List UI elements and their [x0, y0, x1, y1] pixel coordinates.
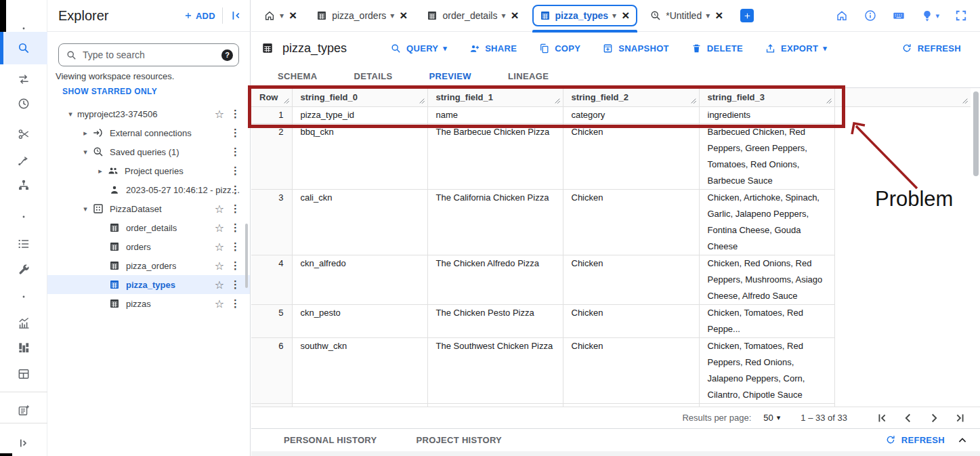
snapshot-button[interactable]: SNAPSHOT [602, 43, 669, 54]
close-icon[interactable]: × [620, 11, 631, 20]
resize-handle-icon[interactable] [826, 98, 832, 104]
kebab-menu-icon[interactable]: ⋮ [230, 146, 240, 158]
star-icon[interactable]: ☆ [215, 297, 224, 310]
star-icon[interactable]: ☆ [215, 241, 224, 253]
query-button[interactable]: QUERY▾ [390, 43, 447, 54]
kebab-menu-icon[interactable]: ⋮ [230, 184, 240, 196]
chevron-down-icon[interactable]: ▾ [79, 205, 92, 213]
sidebar-item-external-connections[interactable]: ▸External connections⋮ [47, 123, 250, 142]
chevron-right-icon[interactable]: ▸ [79, 129, 92, 138]
sidebar-item-saved-queries-1[interactable]: ▾Saved queries (1)⋮ [47, 142, 250, 161]
tab-project-history[interactable]: PROJECT HISTORY [416, 435, 502, 445]
clock-icon[interactable] [0, 90, 47, 117]
star-icon[interactable]: ☆ [215, 203, 224, 215]
fullscreen-icon[interactable] [954, 9, 968, 22]
collapse-panel-icon[interactable] [230, 9, 243, 22]
resize-handle-icon[interactable] [283, 98, 290, 104]
wrench-icon[interactable] [0, 256, 47, 283]
column-header-string_field_2[interactable]: string_field_2 [563, 88, 699, 106]
tab-schema[interactable]: SCHEMA [259, 64, 335, 87]
share-button[interactable]: SHARE [469, 43, 517, 54]
kebab-menu-icon[interactable]: ⋮ [230, 278, 240, 291]
search-icon[interactable] [0, 32, 47, 64]
delete-button[interactable]: DELETE [691, 43, 743, 54]
kebab-menu-icon[interactable]: ⋮ [230, 203, 240, 215]
history-refresh-button[interactable]: REFRESH [885, 434, 945, 446]
column-header-string_field_3[interactable]: string_field_3 [699, 88, 834, 106]
star-icon[interactable]: ☆ [215, 278, 224, 291]
sidebar-item-2023-05-27-10-46-12-pizza[interactable]: 2023-05-27 10:46:12 - pizza...⋮ [47, 180, 250, 199]
dot-icon[interactable] [0, 203, 47, 230]
sidebar-scrollbar[interactable] [245, 224, 248, 288]
refresh-button[interactable]: REFRESH [901, 43, 961, 54]
collapse-history-icon[interactable] [956, 434, 969, 447]
new-tab-button[interactable] [740, 9, 754, 22]
workspace-tab-pizza_types[interactable]: pizza_types▾× [532, 5, 638, 26]
expand-panel-icon[interactable] [0, 430, 47, 456]
show-starred-only-link[interactable]: SHOW STARRED ONLY [62, 87, 157, 96]
add-data-button[interactable]: ADD [184, 11, 215, 21]
kebab-menu-icon[interactable]: ⋮ [230, 241, 240, 253]
column-header-row[interactable]: Row [251, 88, 292, 106]
chevron-down-icon[interactable]: ▾ [79, 148, 92, 157]
copy-button[interactable]: COPY [538, 43, 580, 54]
resize-handle-icon[interactable] [554, 98, 561, 104]
tab-details[interactable]: DETAILS [335, 64, 410, 87]
star-icon[interactable]: ☆ [215, 108, 224, 121]
kebab-menu-icon[interactable]: ⋮ [230, 165, 240, 177]
kebab-menu-icon[interactable]: ⋮ [230, 108, 240, 120]
star-icon[interactable]: ☆ [215, 260, 224, 272]
chevron-down-icon[interactable]: ▾ [612, 11, 616, 20]
tab-personal-history[interactable]: PERSONAL HISTORY [284, 435, 377, 445]
chevron-right-icon[interactable]: ▸ [93, 167, 107, 175]
previous-page-button[interactable] [900, 410, 916, 426]
sidebar-item-orders[interactable]: orders☆⋮ [47, 237, 250, 256]
keyboard-icon[interactable] [892, 9, 906, 22]
search-input[interactable] [83, 49, 216, 60]
chevron-down-icon[interactable]: ▾ [501, 11, 505, 20]
explorer-search-box[interactable]: ? [58, 43, 239, 66]
kebab-menu-icon[interactable]: ⋮ [230, 222, 240, 234]
resize-handle-icon[interactable] [690, 98, 697, 104]
kebab-menu-icon[interactable]: ⋮ [230, 297, 240, 310]
close-icon[interactable]: × [288, 11, 298, 20]
page-size-dropdown[interactable]: 50 ▾ [763, 413, 780, 423]
chevron-down-icon[interactable]: ▾ [390, 11, 394, 20]
sidebar-item-pizza-orders[interactable]: pizza_orders☆⋮ [47, 256, 250, 275]
lightbulb-icon[interactable]: ▾ [920, 9, 939, 22]
column-header-string_field_1[interactable]: string_field_1 [427, 88, 563, 106]
help-icon[interactable]: ? [221, 49, 233, 61]
workspace-tab-home[interactable]: ▾× [258, 6, 303, 25]
close-icon[interactable]: × [398, 11, 408, 20]
tab-preview[interactable]: PREVIEW [411, 64, 490, 87]
sidebar-item-pizza-types[interactable]: pizza_types☆⋮ [47, 275, 250, 294]
kebab-menu-icon[interactable]: ⋮ [230, 127, 240, 139]
chevron-down-icon[interactable]: ▾ [280, 11, 284, 20]
blocks-icon[interactable] [0, 334, 47, 361]
chevron-down-icon[interactable]: ▾ [64, 110, 77, 119]
scissors-icon[interactable] [0, 121, 47, 148]
table-scrollbar[interactable] [973, 90, 979, 407]
star-icon[interactable]: ☆ [215, 222, 224, 234]
home-icon[interactable] [835, 9, 849, 22]
sidebar-item-pizzadataset[interactable]: ▾PizzaDataset☆⋮ [47, 199, 250, 218]
info-icon[interactable] [864, 9, 877, 22]
chevron-down-icon[interactable]: ▾ [706, 11, 710, 20]
note-add-icon[interactable] [0, 397, 47, 424]
dot-icon[interactable] [0, 283, 47, 310]
tab-lineage[interactable]: LINEAGE [490, 64, 567, 87]
first-page-button[interactable] [874, 410, 891, 426]
hierarchy-icon[interactable] [0, 171, 47, 199]
sidebar-item-myproject23-374506[interactable]: ▾myproject23-374506☆⋮ [47, 104, 250, 123]
workspace-tab-order_details[interactable]: order_details▾× [421, 6, 525, 25]
resize-handle-icon[interactable] [962, 98, 968, 104]
swap-arrows-icon[interactable] [0, 66, 47, 93]
workspace-tab-pizza_orders[interactable]: pizza_orders▾× [310, 6, 414, 25]
last-page-button[interactable] [952, 410, 968, 426]
sidebar-item-pizzas[interactable]: pizzas☆⋮ [47, 294, 250, 313]
list-icon[interactable] [0, 230, 47, 257]
sidebar-item-order-details[interactable]: order_details☆⋮ [47, 218, 250, 237]
close-icon[interactable]: × [714, 11, 724, 20]
close-icon[interactable]: × [509, 11, 519, 20]
scrollbar-thumb[interactable] [973, 91, 979, 176]
